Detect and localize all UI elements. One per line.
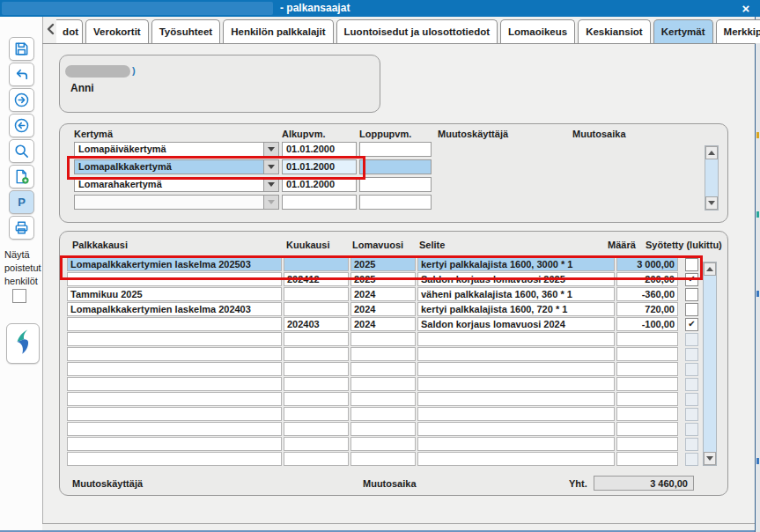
back-button[interactable]	[9, 114, 34, 137]
cell-c1[interactable]	[67, 392, 282, 406]
table-row[interactable]	[67, 377, 698, 391]
cell-c2[interactable]: 202403	[284, 317, 349, 331]
cell-c1[interactable]	[67, 452, 282, 466]
cell-c2[interactable]	[284, 452, 349, 466]
cell-c5[interactable]	[616, 452, 678, 466]
tab-henkilön-palkkalajit[interactable]: Henkilön palkkalajit	[223, 19, 333, 43]
cell-c1[interactable]: Lomapalkkakertymien laskelma 202503	[67, 257, 282, 271]
tab-dot[interactable]: dot	[56, 19, 83, 43]
cell-c3[interactable]	[350, 347, 416, 361]
table-row[interactable]	[67, 407, 698, 421]
p-toggle-button[interactable]: P	[9, 190, 34, 214]
loppupvm-cell[interactable]	[359, 142, 432, 157]
scroll-down-icon[interactable]	[705, 196, 718, 210]
cell-c3[interactable]	[350, 437, 416, 451]
cell-c4[interactable]: väheni palkkalajista 1600, 360 * 1	[417, 287, 615, 301]
cell-c1[interactable]	[67, 332, 282, 346]
cell-c4[interactable]	[417, 422, 615, 436]
syotetty-checkbox[interactable]	[685, 258, 698, 271]
table-row[interactable]: Tammikuu 20252024väheni palkkalajista 16…	[67, 287, 698, 301]
table-row[interactable]: 2024032024Saldon korjaus lomavuosi 2024-…	[67, 317, 698, 331]
cell-c4[interactable]	[417, 377, 615, 391]
cell-c2[interactable]	[284, 287, 349, 301]
app-logo-button[interactable]	[6, 323, 40, 364]
cell-c1[interactable]: Lomapalkkakertymien laskelma 202403	[67, 302, 282, 316]
table-row[interactable]: 2024122025Saldon korjaus lomavuosi 20252…	[67, 272, 698, 286]
cell-c2[interactable]: 202412	[284, 272, 349, 286]
cell-c4[interactable]	[417, 347, 615, 361]
cell-c2[interactable]	[284, 302, 349, 316]
cell-c2[interactable]	[284, 257, 349, 271]
cell-c2[interactable]	[284, 377, 349, 391]
tab-kertymät[interactable]: Kertymät	[653, 19, 713, 43]
search-button[interactable]	[9, 139, 34, 163]
cell-c3[interactable]: 2024	[350, 317, 416, 331]
table-row[interactable]	[67, 437, 698, 451]
cell-c5[interactable]	[616, 332, 678, 346]
kertyma-select-value[interactable]: Lomarahakertymä	[74, 177, 263, 192]
cell-c5[interactable]: 720,00	[616, 302, 678, 316]
cell-c5[interactable]	[616, 407, 678, 421]
cell-c3[interactable]: 2025	[350, 257, 416, 271]
cell-c3[interactable]	[350, 407, 416, 421]
cell-c1[interactable]	[67, 437, 282, 451]
cell-c1[interactable]	[67, 407, 282, 421]
table-row[interactable]: Lomapalkkakertymien laskelma 2025032025k…	[67, 257, 698, 271]
kertyma-select[interactable]: Lomarahakertymä	[74, 177, 279, 192]
syotetty-checkbox[interactable]: ✔	[685, 273, 698, 286]
undo-button[interactable]	[9, 63, 34, 86]
table-row[interactable]	[67, 347, 698, 361]
kertyma-select[interactable]: Lomapäiväkertymä	[74, 142, 279, 157]
loppupvm-cell[interactable]	[359, 159, 432, 174]
kertyma-select-value[interactable]: Lomapalkkakertymä	[74, 159, 263, 174]
cell-c2[interactable]	[284, 392, 349, 406]
cell-c4[interactable]	[417, 332, 615, 346]
cell-c1[interactable]	[67, 272, 282, 286]
alkupvm-cell[interactable]: 01.01.2000	[282, 177, 357, 192]
cell-c2[interactable]	[284, 437, 349, 451]
cell-c4[interactable]: Saldon korjaus lomavuosi 2025	[417, 272, 615, 286]
tab-verokortit[interactable]: Verokortit	[85, 19, 149, 43]
tab-keskiansiot[interactable]: Keskiansiot	[578, 19, 651, 43]
cell-c3[interactable]	[350, 422, 416, 436]
new-document-button[interactable]	[9, 165, 34, 188]
cell-c4[interactable]	[417, 407, 615, 421]
accrual-scrollbar[interactable]	[705, 145, 719, 211]
detail-scrollbar[interactable]	[703, 262, 717, 466]
cell-c4[interactable]: kertyi palkkalajista 1600, 720 * 1	[417, 302, 615, 316]
syotetty-checkbox[interactable]: ✔	[685, 318, 698, 331]
close-icon[interactable]: ×	[736, 0, 756, 17]
cell-c2[interactable]	[284, 362, 349, 376]
cell-c5[interactable]	[616, 362, 678, 376]
cell-c2[interactable]	[284, 332, 349, 346]
forward-button[interactable]	[9, 88, 34, 112]
kertyma-select[interactable]	[74, 195, 279, 210]
cell-c5[interactable]: 200,00	[616, 272, 678, 286]
alkupvm-cell[interactable]: 01.01.2000	[282, 142, 357, 157]
syotetty-checkbox[interactable]	[685, 288, 698, 301]
cell-c5[interactable]: -100,00	[616, 317, 678, 331]
dropdown-arrow[interactable]	[263, 159, 279, 174]
scroll-up-icon[interactable]	[704, 262, 716, 276]
cell-c4[interactable]	[417, 437, 615, 451]
dropdown-arrow[interactable]	[263, 177, 279, 192]
cell-c3[interactable]	[350, 362, 416, 376]
cell-c5[interactable]: -360,00	[616, 287, 678, 301]
tab-työsuhteet[interactable]: Työsuhteet	[151, 19, 221, 43]
syotetty-checkbox[interactable]	[685, 303, 698, 316]
print-button[interactable]	[9, 216, 34, 240]
scroll-up-icon[interactable]	[705, 146, 718, 159]
cell-c5[interactable]	[616, 437, 678, 451]
cell-c3[interactable]	[350, 332, 416, 346]
cell-c4[interactable]	[417, 452, 615, 466]
cell-c1[interactable]	[67, 347, 282, 361]
scroll-down-icon[interactable]	[704, 452, 716, 465]
alkupvm-cell[interactable]: 01.01.2000	[282, 159, 357, 174]
loppupvm-cell[interactable]	[359, 177, 432, 192]
kertyma-select-value[interactable]: Lomapäiväkertymä	[74, 142, 263, 157]
cell-c5[interactable]	[616, 377, 678, 391]
cell-c5[interactable]	[616, 422, 678, 436]
cell-c4[interactable]	[417, 362, 615, 376]
tab-merkkipäivät[interactable]: Merkkipäivät	[716, 19, 760, 43]
table-row[interactable]: Lomapalkkakertymien laskelma 2024032024k…	[67, 302, 698, 316]
